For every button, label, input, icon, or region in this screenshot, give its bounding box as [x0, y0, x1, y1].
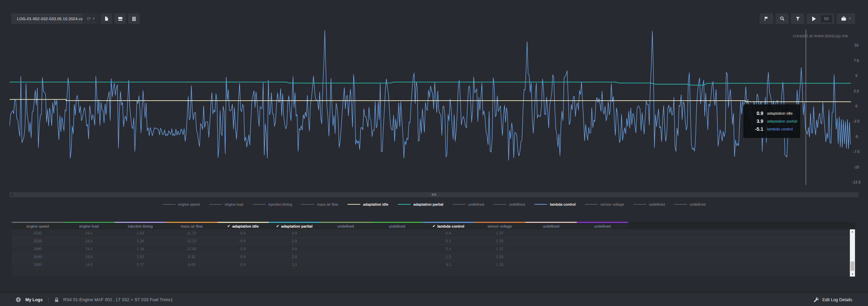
column-header-lambda-control[interactable]: ✔lambda control: [423, 222, 474, 229]
series-adaptation-partial: [10, 82, 851, 85]
scroll-down-arrow-icon[interactable]: ▼: [850, 272, 855, 276]
column-header-label: undefined: [543, 224, 559, 228]
y-axis-tick: 5: [850, 74, 863, 78]
column-header-label: sensor voltage: [487, 224, 512, 228]
tooltip-series-label: adaptation idle: [767, 111, 793, 115]
legend-swatch: [585, 204, 598, 205]
legend-label: adaptation idle: [363, 202, 388, 206]
legend-item-injection-timing[interactable]: injection timing: [253, 202, 292, 206]
check-icon: ✔: [276, 224, 279, 228]
refresh-button[interactable]: ⟳ ▾: [82, 13, 99, 24]
scroll-up-arrow-icon[interactable]: ▲: [850, 230, 855, 233]
table-cell: 3.9: [269, 245, 320, 253]
legend-label: lambda control: [550, 202, 576, 206]
y-axis: 107.552.50-2.5-5-7.5-10-12.5: [850, 26, 865, 187]
column-header-engine-load[interactable]: engine load: [63, 222, 115, 229]
table-cell: 0.9: [217, 261, 269, 269]
legend-item-adaptation-partial[interactable]: adaptation partial: [398, 202, 444, 206]
column-header-adaptation-partial[interactable]: ✔adaptation partial: [269, 222, 320, 229]
legend-item-undefined[interactable]: undefined: [674, 202, 705, 206]
legend-swatch: [209, 204, 222, 205]
edit-log-details-button[interactable]: Edit Log Details: [814, 297, 852, 303]
legend-item-lambda-control[interactable]: lambda control: [534, 202, 576, 206]
chart-plot[interactable]: [10, 26, 851, 187]
back-circle-icon[interactable]: [15, 297, 21, 303]
table-cell: 8.31: [166, 253, 217, 261]
column-header-undefined[interactable]: undefined: [320, 222, 371, 229]
table-cell: 2200: [12, 229, 63, 237]
table-cell: [577, 261, 628, 269]
legend-item-undefined[interactable]: undefined: [452, 202, 484, 206]
flag-markers-button[interactable]: [760, 13, 773, 24]
table-cell: 2600: [12, 253, 63, 261]
y-axis-tick: 2.5: [850, 89, 863, 93]
scroll-left-arrow-icon[interactable]: [11, 193, 13, 196]
toolbox-button[interactable]: ▾: [837, 13, 855, 24]
list-view-button[interactable]: [128, 13, 140, 24]
column-header-undefined[interactable]: undefined: [371, 222, 423, 229]
y-axis-tick: -12.5: [850, 180, 863, 184]
playback-speed-input[interactable]: [821, 15, 832, 23]
play-button[interactable]: [807, 13, 821, 24]
column-header-sensor-voltage[interactable]: sensor voltage: [474, 222, 525, 229]
scrollbar-grip-icon[interactable]: [432, 193, 436, 196]
table-cell: [577, 253, 628, 261]
legend-item-engine-load[interactable]: engine load: [209, 202, 243, 206]
open-log-file-button[interactable]: LOG-01-002-032-033.05.10.2024.csv: [11, 13, 82, 24]
log-title: RS4 01-Engine MAF 002 , LT 032 + ST 033 …: [63, 297, 173, 302]
chart-layout-button[interactable]: [114, 13, 126, 24]
table-cell: 2.3: [423, 245, 474, 253]
legend-item-sensor-voltage[interactable]: sensor voltage: [585, 202, 624, 206]
table-cell: 1.28: [115, 237, 166, 245]
tooltip-series-label: lambda control: [767, 127, 793, 131]
table-cell: 2480: [12, 245, 63, 253]
legend-swatch: [253, 204, 266, 205]
column-header-adaptation-idle[interactable]: ✔adaptation idle: [217, 222, 269, 229]
column-header-engine-speed[interactable]: engine speed: [12, 222, 63, 229]
footer-bar: My Logs RS4 01-Engine MAF 002 , LT 032 +…: [0, 293, 868, 306]
column-header-label: undefined: [594, 224, 611, 228]
legend-item-mass-air-flow[interactable]: mass air flow: [301, 202, 338, 206]
y-axis-tick: -10: [850, 165, 863, 169]
legend-item-undefined[interactable]: undefined: [493, 202, 525, 206]
table-vertical-scrollbar[interactable]: ▲ ▼: [850, 229, 855, 277]
layout-rows-icon: [118, 16, 123, 21]
my-logs-link[interactable]: My Logs: [25, 297, 43, 302]
table-cell: [525, 253, 577, 261]
tooltip-series-label: adaptation partial: [767, 119, 797, 123]
y-axis-tick: -5: [850, 135, 863, 139]
legend-swatch: [163, 204, 176, 205]
tooltip-value: 0.9: [743, 111, 763, 116]
legend-label: engine speed: [178, 202, 200, 206]
table-cell: [525, 237, 577, 245]
table-cell: 6.6: [423, 229, 474, 237]
filter-button[interactable]: [791, 13, 804, 24]
series-lambda-control: [10, 31, 851, 161]
table-cell: 1.33: [474, 253, 525, 261]
table-cell: 8.69: [166, 261, 217, 269]
column-header-injection-timing[interactable]: injection timing: [115, 222, 166, 229]
legend-item-engine-speed[interactable]: engine speed: [163, 202, 200, 206]
table-cell: 0.9: [217, 245, 269, 253]
table-cell: [525, 245, 577, 253]
new-document-button[interactable]: [101, 13, 112, 24]
zoom-out-button[interactable]: [776, 13, 789, 24]
legend-item-adaptation-idle[interactable]: adaptation idle: [347, 202, 388, 206]
column-header-undefined[interactable]: undefined: [525, 222, 577, 229]
table-cell: [577, 229, 628, 237]
legend-label: sensor voltage: [601, 202, 624, 206]
y-axis-tick: 10: [850, 43, 863, 47]
table-cell: [371, 253, 423, 261]
legend-label: undefined: [468, 202, 484, 206]
table-cell: [525, 261, 577, 269]
scrollbar-thumb[interactable]: [851, 262, 854, 271]
table-cell: 3.9: [269, 253, 320, 261]
column-header-label: undefined: [337, 224, 354, 228]
legend-item-undefined[interactable]: undefined: [633, 202, 665, 206]
column-header-undefined[interactable]: undefined: [577, 222, 628, 229]
chart-horizontal-scrollbar[interactable]: [10, 192, 858, 197]
footer-left: My Logs RS4 01-Engine MAF 002 , LT 032 +…: [15, 297, 173, 303]
column-header-mass-air-flow[interactable]: mass air flow: [166, 222, 217, 229]
table-cell: [320, 253, 371, 261]
table-cell: 19.5: [63, 253, 115, 261]
